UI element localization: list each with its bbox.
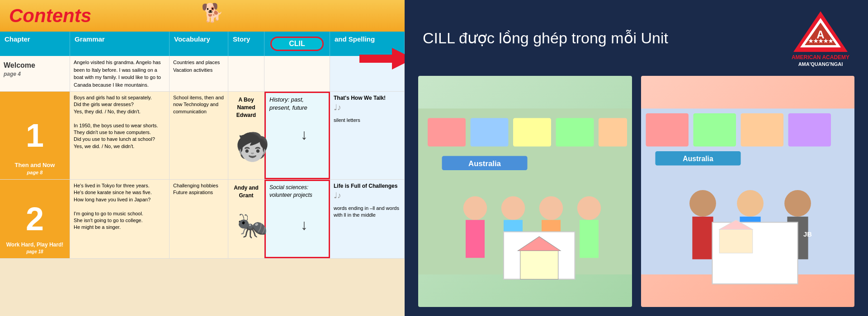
- logo-svg: ★★★★★ A: [791, 9, 850, 54]
- logo-container: ★★★★★ A AMERICAN ACADEMY AMA'QUANG'NGAI: [791, 9, 850, 67]
- welcome-chapter-name: Welcome: [4, 60, 66, 70]
- ch1-music-notes: ♩♪: [334, 102, 401, 113]
- ch1-spelling-col: That's How We Talk! ♩♪ silent letters: [330, 92, 405, 179]
- dog-icon: 🐕: [201, 2, 224, 23]
- svg-text:A: A: [816, 28, 824, 41]
- big-red-arrow: [359, 45, 405, 74]
- svg-point-14: [463, 196, 487, 220]
- svg-rect-26: [646, 113, 689, 147]
- ch1-character: 🧒: [232, 122, 273, 172]
- col-chapter: Chapter: [0, 32, 70, 56]
- svg-rect-7: [428, 118, 466, 146]
- photo-2: Australia JB: [641, 76, 855, 307]
- svg-point-34: [737, 190, 764, 217]
- col-story: Story: [228, 32, 264, 56]
- svg-point-16: [501, 196, 525, 220]
- col-grammar: Grammar: [70, 32, 170, 56]
- ch2-story: Andy and Grant 🐜: [228, 180, 264, 258]
- svg-rect-33: [692, 216, 713, 259]
- ch2-vocab: Challenging hobbies Future aspirations: [170, 180, 228, 258]
- ch1-vocab: School items, then and now Technology an…: [170, 92, 228, 179]
- ch2-audio-title: Life is Full of Challenges: [334, 182, 401, 190]
- welcome-clil: [264, 56, 330, 91]
- logo-text-1: AMERICAN ACADEMY: [792, 54, 849, 61]
- svg-marker-0: [359, 48, 405, 70]
- svg-point-18: [539, 196, 563, 220]
- table-header: Chapter Grammar Vocabulary Story CLIL an…: [0, 32, 405, 56]
- svg-rect-15: [466, 220, 485, 258]
- photo-1-svg: Australia: [418, 76, 632, 307]
- ch1-number: 1: [26, 113, 44, 158]
- welcome-chapter-cell: Welcome page 4: [0, 56, 70, 91]
- then-now-label: Then and Now page 8: [0, 162, 70, 176]
- ch1-story-title: A Boy Named Edward: [232, 94, 260, 121]
- clil-header: CLIL: [270, 37, 324, 51]
- svg-rect-11: [599, 118, 627, 146]
- welcome-row: Welcome page 4 Angelo visited his grandm…: [0, 56, 405, 92]
- ch2-grammar: He's lived in Tokyo for three years. He'…: [70, 180, 170, 258]
- ch2-story-title: Andy and Grant: [232, 182, 260, 201]
- contents-title: Contents: [9, 5, 91, 27]
- clil-arrow-down-2: ↓: [301, 217, 308, 233]
- svg-text:Australia: Australia: [683, 155, 713, 163]
- svg-rect-29: [788, 113, 831, 147]
- svg-rect-8: [471, 118, 509, 146]
- welcome-vocab: Countries and places Vacation activities: [170, 56, 228, 91]
- ch2-clil: Social sciences: volunteer projects: [264, 180, 330, 258]
- ch1-row: 1 Then and Now page 8 Boys and girls had…: [0, 92, 405, 180]
- svg-rect-28: [741, 113, 783, 147]
- right-top-section: CILL được lồng ghép trong mỗi Unit ★★★★★…: [405, 0, 868, 71]
- ch2-character: 🐜: [232, 203, 273, 248]
- welcome-grammar: Angelo visited his grandma. Angelo has b…: [70, 56, 170, 91]
- clil-arrow-down-1: ↓: [301, 126, 308, 143]
- welcome-page: page 4: [4, 70, 66, 78]
- col-clil: CLIL: [264, 32, 330, 56]
- svg-text:Australia: Australia: [468, 159, 501, 167]
- ch2-number-cell: 2 Work Hard, Play Hard! page 18: [0, 180, 70, 258]
- svg-point-32: [689, 190, 716, 217]
- ch1-clil: History: past, present, future: [264, 92, 330, 179]
- photo-1: Australia: [418, 76, 632, 307]
- svg-rect-21: [580, 220, 599, 258]
- top-banner: Contents 🐕: [0, 0, 405, 32]
- cill-heading: CILL được lồng ghép trong mỗi Unit: [423, 29, 778, 47]
- ch2-row: 2 Work Hard, Play Hard! page 18 He's liv…: [0, 180, 405, 259]
- svg-rect-9: [513, 118, 551, 146]
- svg-rect-39: [719, 229, 753, 253]
- ch1-spelling-text: silent letters: [334, 117, 401, 124]
- welcome-story: [228, 56, 264, 91]
- ch1-story: A Boy Named Edward 🧒: [228, 92, 264, 179]
- svg-point-36: [784, 190, 811, 217]
- col-vocabulary: Vocabulary: [170, 32, 228, 56]
- logo-text-2: AMA'QUANG'NGAI: [798, 61, 843, 67]
- left-panel: Contents 🐕 Chapter Grammar Vocabulary St…: [0, 0, 405, 316]
- ch2-music-notes: ♩♪: [334, 190, 401, 201]
- right-panel: CILL được lồng ghép trong mỗi Unit ★★★★★…: [405, 0, 868, 316]
- svg-rect-27: [693, 113, 736, 147]
- ch2-spelling-text: words ending in –ll and words with ll in…: [334, 205, 401, 219]
- ch2-spelling-col: Life is Full of Challenges ♩♪ words endi…: [330, 180, 405, 258]
- ch1-audio-title: That's How We Talk!: [334, 94, 401, 102]
- photos-section: Australia: [405, 71, 868, 316]
- svg-point-20: [577, 196, 601, 220]
- photo-2-svg: Australia JB: [641, 76, 855, 307]
- svg-text:JB: JB: [803, 231, 812, 238]
- ch1-number-cell: 1 Then and Now page 8: [0, 92, 70, 179]
- ch2-number: 2: [26, 196, 44, 242]
- svg-rect-10: [556, 118, 594, 146]
- svg-rect-24: [520, 251, 558, 279]
- ch1-grammar: Boys and girls had to sit separately. Di…: [70, 92, 170, 179]
- work-hard-label: Work Hard, Play Hard! page 18: [0, 242, 70, 255]
